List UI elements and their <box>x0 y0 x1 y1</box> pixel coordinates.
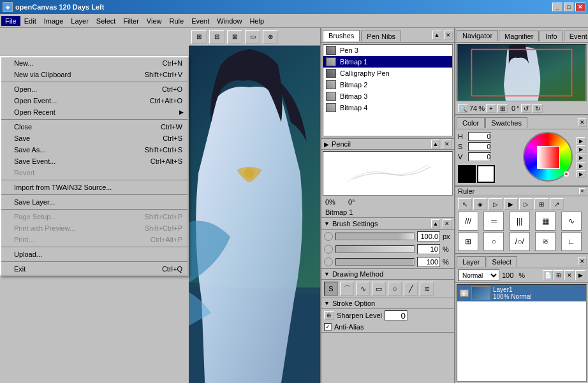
menu-item-new[interactable]: New... Ctrl+N <box>1 57 187 69</box>
tab-event[interactable]: Event <box>564 31 588 41</box>
menu-filter[interactable]: Filter <box>119 16 142 26</box>
color-panel-close[interactable]: ✕ <box>578 118 587 127</box>
draw-tool-line[interactable]: ╱ <box>404 282 418 296</box>
menu-layer[interactable]: Layer <box>67 16 92 26</box>
brush-item-bitmap1[interactable]: Bitmap 1 <box>323 56 452 68</box>
rotate-ccw-btn[interactable]: ↺ <box>521 104 531 113</box>
tab-info[interactable]: Info <box>540 31 562 41</box>
stroke-option-header[interactable]: ▼ Stroke Option <box>321 298 454 309</box>
ruler-btn-6[interactable]: ⊞ <box>534 198 548 210</box>
menu-item-open[interactable]: Open... Ctrl+O <box>1 83 187 95</box>
brush-settings-close2[interactable]: ✕ <box>443 219 452 228</box>
ruler-btn-4[interactable]: ▶ <box>504 198 518 210</box>
layer-extra-btn[interactable]: ▶ <box>575 270 585 280</box>
tab-color[interactable]: Color <box>457 117 485 128</box>
menu-item-new-clipboard[interactable]: New via Clipboard Shift+Ctrl+V <box>1 69 187 80</box>
layer-new-btn[interactable]: 📄 <box>543 270 553 280</box>
hue-input[interactable] <box>468 132 491 141</box>
layer-copy-btn[interactable]: ⊞ <box>554 270 564 280</box>
ruler-btn-1[interactable]: ↖ <box>458 198 472 210</box>
menu-file[interactable]: File <box>1 16 20 26</box>
menu-edit[interactable]: Edit <box>20 16 40 26</box>
color-option-btn1[interactable]: ▶ <box>577 137 585 145</box>
color-option-btn5[interactable]: ▶ <box>577 170 585 178</box>
opacity-slider[interactable] <box>335 258 415 266</box>
close-button[interactable]: ✕ <box>575 3 585 11</box>
menu-item-import[interactable]: Import from TWAIN32 Source... <box>1 182 187 193</box>
sat-input[interactable] <box>468 142 491 151</box>
ruler-btn-7[interactable]: ↗ <box>550 198 564 210</box>
brush-item-calligraphy[interactable]: Calligraphy Pen <box>323 68 452 79</box>
canvas-tool-select[interactable]: ⊞ <box>191 30 207 44</box>
ruler-pattern-8[interactable]: /○/ <box>510 232 530 251</box>
menu-item-save[interactable]: Save Ctrl+S <box>1 133 187 144</box>
maximize-button[interactable]: □ <box>564 3 574 11</box>
brush-settings-header[interactable]: ▼ Brush Settings ▲ ✕ <box>321 218 454 230</box>
tab-swatches[interactable]: Swatches <box>485 117 527 128</box>
tab-brushes[interactable]: Brushes <box>323 30 360 41</box>
active-color-swatch[interactable] <box>458 165 476 183</box>
layer-visibility-icon[interactable]: 👁 <box>460 289 469 297</box>
canvas-tool-transform[interactable]: ⊠ <box>227 30 242 44</box>
antialias-checkbox[interactable]: ✓ <box>324 323 332 331</box>
menu-window[interactable]: Window <box>213 16 246 26</box>
layer-delete-btn[interactable]: ✕ <box>564 270 575 280</box>
zoom-in-btn[interactable]: + <box>486 104 496 113</box>
menu-select[interactable]: Select <box>92 16 120 26</box>
ruler-pattern-1[interactable]: /// <box>458 212 478 231</box>
zoom-fit-btn[interactable]: ⊞ <box>497 104 508 113</box>
menu-image[interactable]: Image <box>40 16 68 26</box>
ruler-pattern-4[interactable]: ▦ <box>535 212 555 231</box>
ruler-close-btn[interactable]: ✕ <box>579 188 585 194</box>
background-color-swatch[interactable] <box>477 165 495 183</box>
ruler-pattern-9[interactable]: ≋ <box>535 232 555 251</box>
pencil-panel-close[interactable]: ▲ <box>431 140 440 148</box>
menu-view[interactable]: View <box>143 16 166 26</box>
tab-pen-nibs[interactable]: Pen Nibs <box>361 31 401 41</box>
brushes-panel-close2[interactable]: ✕ <box>444 31 453 40</box>
menu-event[interactable]: Event <box>187 16 213 26</box>
brush-settings-close1[interactable]: ▲ <box>431 219 440 228</box>
min-size-slider[interactable] <box>335 245 415 253</box>
blend-mode-select[interactable]: Normal <box>458 270 499 281</box>
menu-item-exit[interactable]: Exit Ctrl+Q <box>1 263 187 275</box>
opacity-input[interactable] <box>417 257 440 267</box>
menu-item-upload[interactable]: Upload... <box>1 249 187 260</box>
menu-item-open-recent[interactable]: Open Recent ▶ <box>1 106 187 118</box>
brush-size-input[interactable] <box>417 231 440 242</box>
drawing-method-header[interactable]: ▼ Drawing Method <box>321 269 454 280</box>
brush-item-bitmap2[interactable]: Bitmap 2 <box>323 79 452 90</box>
ruler-pattern-2[interactable]: ═ <box>483 212 504 231</box>
minimize-button[interactable]: _ <box>552 3 562 11</box>
ruler-pattern-3[interactable]: ||| <box>510 212 530 231</box>
draw-tool-scurve[interactable]: S <box>324 282 338 296</box>
menu-item-save-as[interactable]: Save As... Shift+Ctrl+S <box>1 144 187 155</box>
draw-tool-circle[interactable]: ○ <box>388 282 402 296</box>
color-option-btn2[interactable]: ▶ <box>577 145 585 153</box>
color-option-btn4[interactable]: ▶ <box>577 162 585 170</box>
ruler-btn-5[interactable]: ▷ <box>519 198 533 210</box>
ruler-pattern-6[interactable]: ⊞ <box>458 232 478 251</box>
brush-item-bitmap4[interactable]: Bitmap 4 <box>323 102 452 113</box>
color-option-btn3[interactable]: ▶ <box>577 154 585 161</box>
menu-item-save-event[interactable]: Save Event... Ctrl+Alt+S <box>1 155 187 167</box>
menu-item-open-event[interactable]: Open Event... Ctrl+Alt+O <box>1 95 187 106</box>
canvas-tool-crop[interactable]: ▭ <box>245 30 260 44</box>
draw-tool-rect[interactable]: ▭ <box>372 282 386 296</box>
min-size-input[interactable] <box>417 244 440 254</box>
color-wheel-container[interactable] <box>523 132 574 183</box>
color-square[interactable] <box>537 146 560 169</box>
tab-select[interactable]: Select <box>487 256 518 267</box>
val-input[interactable] <box>468 152 491 161</box>
ruler-btn-2[interactable]: ◈ <box>473 198 487 210</box>
tab-magnifier[interactable]: Magnifier <box>499 31 539 41</box>
zoom-out-btn[interactable]: 🔍 <box>458 104 468 113</box>
canvas-tool-move[interactable]: ⊟ <box>209 30 224 44</box>
canvas-tool-extra[interactable]: ⊕ <box>263 30 278 44</box>
menu-item-save-layer[interactable]: Save Layer... <box>1 196 187 208</box>
ruler-pattern-10[interactable]: ∟ <box>561 232 582 251</box>
draw-tool-zigzag[interactable]: ∿ <box>356 282 370 296</box>
tab-navigator[interactable]: Navigator <box>457 30 498 41</box>
layer-panel-close[interactable]: ✕ <box>578 257 587 266</box>
rotate-cw-btn[interactable]: ↻ <box>533 104 543 113</box>
